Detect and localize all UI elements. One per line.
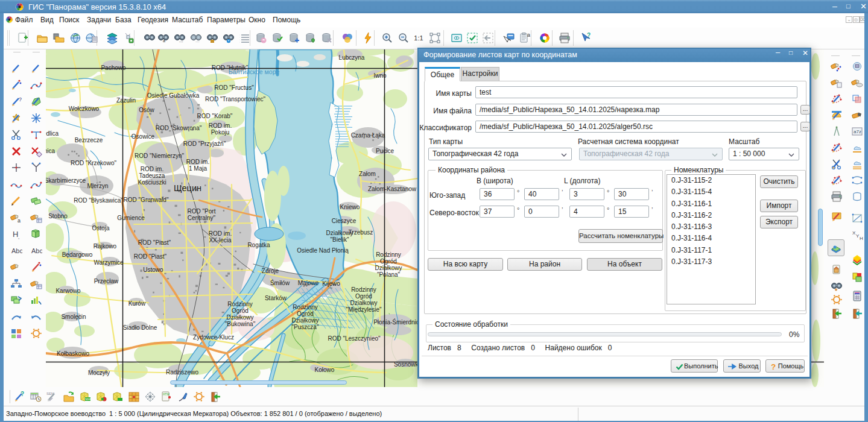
svg-text:Gumience: Gumience [117, 215, 145, 221]
svg-text:Abc: Abc [11, 247, 22, 254]
svg-text:H: H [13, 230, 18, 239]
svg-text:ROD im.: ROD im. [141, 166, 163, 172]
svg-text:Działkowy: Działkowy [375, 265, 402, 271]
svg-text:Załom-Kasztanow: Załom-Kasztanow [368, 186, 417, 192]
svg-text:?: ? [587, 32, 591, 39]
svg-text:Lubczyna: Lubczyna [339, 54, 365, 61]
svg-text:Kołowo: Kołowo [315, 367, 335, 373]
svg-text:ROD "Błyskawica": ROD "Błyskawica" [74, 197, 123, 204]
svg-text:Pokoju: Pokoju [211, 129, 230, 136]
svg-text:a: a [163, 39, 165, 43]
svg-text:Majowe: Majowe [298, 280, 319, 286]
svg-text:a: a [527, 32, 530, 38]
svg-text:Kołbaskowo: Kołbaskowo [57, 350, 89, 357]
svg-text:Wołczkowo: Wołczkowo [69, 106, 100, 112]
svg-text:Moczyły: Moczyły [88, 370, 110, 376]
svg-text:Starków: Starków [265, 295, 287, 301]
svg-text:HTM: HTM [163, 392, 169, 396]
svg-text:Działkowy: Działkowy [291, 317, 318, 324]
svg-text:Kościuszki: Kościuszki [138, 179, 166, 186]
svg-text:ROD "Fructus": ROD "Fructus" [214, 84, 254, 91]
svg-text:Щецин: Щецин [174, 183, 201, 193]
svg-text:Będargowo: Będargowo [62, 251, 93, 258]
svg-text:"Międzylesie": "Międzylesie" [346, 306, 382, 313]
svg-text:a7z: a7z [854, 129, 861, 134]
svg-text:Przecław: Przecław [94, 278, 119, 285]
svg-text:Zydowce-Klucz: Zydowce-Klucz [193, 334, 234, 341]
svg-text:ROD "Krzekowo": ROD "Krzekowo" [71, 160, 116, 166]
svg-text:ROD "Niemierzyn": ROD "Niemierzyn" [135, 153, 185, 159]
svg-text:Osiedle Nad Płonią: Osiedle Nad Płonią [297, 247, 349, 254]
svg-text:Rodzinny: Rodzinny [227, 301, 253, 307]
svg-text:Ogród: Ogród [232, 307, 249, 314]
svg-text:Ogród: Ogród [297, 310, 314, 317]
svg-text:ROD "Przyjaźń": ROD "Przyjaźń" [183, 140, 226, 147]
svg-text:...: ... [179, 38, 183, 43]
svg-text:MAP: MAP [86, 397, 92, 401]
svg-text:"Bielik": "Bielik" [331, 236, 349, 243]
svg-text:ROD im.: ROD im. [209, 230, 232, 237]
svg-text:Załom: Załom [359, 171, 376, 177]
svg-text:Osowice: Osowice [131, 133, 155, 140]
svg-text:Radziszewo: Radziszewo [166, 369, 198, 376]
svg-text:ROD "Piast": ROD "Piast" [134, 253, 167, 260]
svg-text:Osiedle Gubałówka: Osiedle Gubałówka [147, 92, 200, 99]
svg-text:ROD "Skowrona": ROD "Skowrona" [156, 125, 202, 131]
svg-text:Czarna Łąka: Czarna Łąka [351, 132, 385, 139]
svg-text:Pachowo: Pachowo [101, 65, 126, 71]
svg-text:Abc: Abc [31, 247, 42, 254]
svg-text:Tadeusza: Tadeusza [139, 172, 165, 179]
svg-text:Rodzinny: Rodzinny [293, 304, 318, 310]
svg-text:...: ... [195, 38, 200, 43]
svg-text:Rodzinny: Rodzinny [376, 251, 401, 258]
svg-text:Cieszyce: Cieszyce [332, 218, 356, 224]
svg-text:Mierzyn: Mierzyn [87, 183, 108, 189]
svg-text:Stobno: Stobno [48, 213, 68, 219]
svg-text:?: ? [21, 391, 24, 397]
svg-text:Bezrzecze: Bezrzecze [75, 137, 103, 143]
svg-text:Warzymice: Warzymice [93, 259, 124, 266]
svg-text:"Bukowina": "Bukowina" [225, 321, 256, 327]
svg-text:Śmiłów: Śmiłów [270, 279, 290, 286]
svg-text:"Puszcza": "Puszcza" [292, 324, 319, 330]
svg-text:Płonia-Śmierdnic: Płonia-Śmierdnic [373, 318, 419, 326]
svg-text:Kniewo: Kniewo [340, 204, 360, 210]
svg-text:Działkowy: Działkowy [350, 300, 377, 306]
svg-text:Zdroje: Zdroje [262, 268, 279, 274]
svg-text:"Polana": "Polana" [377, 271, 401, 278]
svg-text:ROD im.: ROD im. [186, 159, 209, 165]
svg-text:ROD "Piast": ROD "Piast" [138, 239, 171, 246]
svg-text:Osów: Osów [139, 107, 154, 113]
svg-text:Smolęcin: Smolęcin [61, 313, 86, 320]
svg-text:Балтийское море: Балтийское море [229, 68, 280, 75]
svg-text:ROD "Grunwald": ROD "Grunwald" [124, 197, 169, 203]
svg-text:XX-lecia: XX-lecia [209, 237, 232, 244]
svg-text:Ogród: Ogród [380, 258, 397, 265]
svg-text:Rogatka: Rogatka [247, 242, 270, 248]
svg-text:ROD im.: ROD im. [209, 122, 232, 129]
svg-text:Rodzinny: Rodzinny [351, 286, 376, 293]
svg-text:Pucice: Pucice [376, 148, 394, 154]
svg-text:hica: hica [46, 148, 55, 154]
svg-text:ROD "Korab": ROD "Korab" [197, 113, 233, 119]
svg-text:Iwno: Iwno [373, 72, 387, 79]
svg-text:ROD "Transportowiec": ROD "Transportowiec" [205, 96, 266, 102]
svg-text:Ostoja: Ostoja [92, 225, 110, 231]
svg-text:ROD "Port: ROD "Port [188, 208, 216, 215]
svg-text:Rajkowo: Rajkowo [93, 243, 117, 250]
svg-text:a: a [17, 218, 21, 224]
svg-text:Kijewo: Kijewo [322, 280, 340, 287]
svg-text:1 Maja: 1 Maja [189, 165, 207, 172]
svg-text:Zazulin: Zazulin [116, 97, 136, 104]
svg-text:Działkowy: Działkowy [226, 314, 253, 321]
svg-text:Karwowo: Karwowo [55, 288, 81, 294]
svg-text:edlica: edlica [46, 130, 59, 137]
svg-text:,: , [18, 235, 19, 240]
svg-text:H: H [860, 236, 863, 241]
svg-text:Centralny": Centralny" [188, 215, 216, 221]
svg-text:Siadło Dolne: Siadło Dolne [123, 324, 157, 331]
svg-text:Skarbimierzyce: Skarbimierzyce [46, 177, 86, 184]
svg-text:Kurów: Kurów [128, 300, 146, 307]
svg-text:Ustowo: Ustowo [143, 266, 163, 273]
svg-text:Działkowy: Działkowy [326, 230, 353, 236]
